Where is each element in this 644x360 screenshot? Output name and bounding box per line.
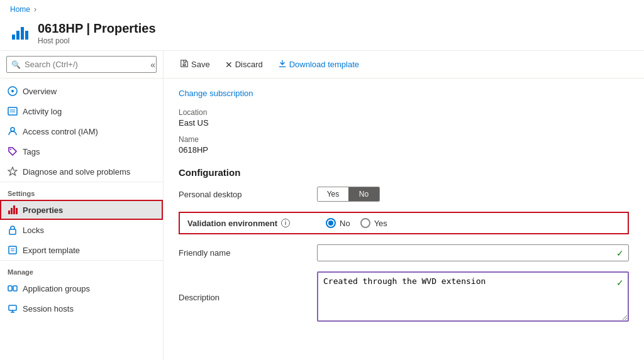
personal-desktop-label: Personal desktop (179, 190, 317, 199)
sidebar-item-export-template[interactable]: Export template (0, 240, 163, 260)
svg-rect-7 (9, 229, 16, 234)
sidebar-item-label: Properties (23, 205, 63, 215)
validation-yes-option[interactable]: Yes (360, 218, 387, 228)
sidebar-item-application-groups[interactable]: Application groups (0, 278, 163, 298)
svg-point-1 (11, 90, 14, 92)
sidebar-item-label: Session hosts (23, 304, 74, 314)
save-icon (180, 59, 189, 70)
sidebar-item-diagnose[interactable]: Diagnose and solve problems (0, 161, 163, 182)
config-title: Configuration (179, 167, 629, 178)
personal-desktop-row: Personal desktop Yes No (179, 187, 629, 202)
sidebar-item-label: Diagnose and solve problems (23, 167, 130, 177)
discard-icon: ✕ (225, 60, 233, 70)
validation-environment-row: Validation environment i No Yes (179, 212, 629, 234)
description-textarea[interactable]: Created through the WVD extension (317, 271, 629, 322)
description-label: Description (179, 293, 317, 302)
friendly-name-control: ✓ (317, 244, 629, 261)
overview-icon (8, 86, 18, 96)
sidebar-item-activity-log[interactable]: Activity log (0, 101, 163, 121)
svg-rect-12 (13, 286, 17, 291)
svg-point-5 (11, 128, 14, 131)
validation-radio-group: No Yes (326, 218, 387, 228)
friendly-name-input[interactable] (317, 244, 629, 261)
name-label: Name (179, 135, 629, 144)
save-label: Save (191, 60, 210, 69)
page-header-icon (10, 23, 30, 43)
breadcrumb-home[interactable]: Home (10, 5, 30, 14)
name-field: Name 0618HP (179, 135, 629, 155)
sidebar-item-properties[interactable]: Properties (0, 200, 163, 220)
page-header: 0618HP | Properties Host pool (0, 19, 644, 51)
content-area: Save ✕ Discard Download template Change … (164, 51, 644, 360)
svg-rect-11 (8, 286, 12, 291)
export-template-icon (8, 245, 18, 255)
discard-label: Discard (235, 60, 263, 69)
application-groups-icon (8, 283, 18, 293)
breadcrumb-separator: › (34, 5, 36, 14)
sidebar-item-overview[interactable]: Overview (0, 81, 163, 101)
description-check-icon: ✓ (616, 278, 624, 288)
description-row: Description Created through the WVD exte… (179, 271, 629, 324)
svg-rect-2 (8, 107, 17, 115)
sidebar-item-session-hosts[interactable]: Session hosts (0, 298, 163, 319)
personal-desktop-no[interactable]: No (348, 187, 379, 201)
validation-yes-radio[interactable] (360, 218, 370, 228)
sidebar-item-label: Locks (23, 226, 44, 235)
validation-no-option[interactable]: No (326, 218, 350, 228)
page-subtitle: Host pool (38, 36, 156, 45)
info-icon[interactable]: i (281, 219, 290, 227)
properties-icon (8, 205, 18, 215)
header-title: 0618HP | Properties Host pool (38, 21, 156, 45)
locks-icon (8, 225, 18, 235)
manage-section-header: Manage (0, 260, 163, 278)
sidebar: 🔍 « Overview Activity log (0, 51, 164, 360)
sidebar-item-label: Access control (IAM) (23, 127, 98, 136)
download-template-button[interactable]: Download template (272, 56, 365, 73)
personal-desktop-toggle-group[interactable]: Yes No (317, 187, 380, 202)
description-control: Created through the WVD extension ✓ (317, 271, 629, 324)
svg-point-6 (10, 149, 11, 150)
download-template-label: Download template (289, 60, 359, 69)
validation-no-radio[interactable] (326, 218, 336, 228)
sidebar-nav: Overview Activity log Access control (IA… (0, 79, 163, 360)
location-value: East US (179, 118, 629, 128)
main-layout: 🔍 « Overview Activity log (0, 51, 644, 360)
toolbar: Save ✕ Discard Download template (164, 51, 644, 79)
change-subscription-link[interactable]: Change subscription (179, 89, 253, 98)
svg-rect-8 (9, 246, 16, 254)
breadcrumb: Home › (0, 0, 644, 19)
access-control-icon (8, 126, 18, 136)
sidebar-search-container: 🔍 « (0, 51, 163, 79)
personal-desktop-toggle: Yes No (317, 187, 629, 202)
friendly-name-row: Friendly name ✓ (179, 244, 629, 261)
friendly-name-check-icon: ✓ (616, 248, 624, 258)
activity-log-icon (8, 106, 18, 116)
page-title: 0618HP | Properties (38, 21, 156, 36)
sidebar-item-locks[interactable]: Locks (0, 220, 163, 240)
location-label: Location (179, 108, 629, 117)
sidebar-item-label: Export template (23, 246, 80, 255)
search-icon: 🔍 (11, 60, 21, 69)
sidebar-item-label: Tags (23, 147, 40, 156)
download-icon (278, 59, 287, 70)
name-value: 0618HP (179, 145, 629, 155)
content-inner: Change subscription Location East US Nam… (164, 79, 644, 344)
sidebar-item-label: Application groups (23, 284, 90, 293)
search-input[interactable] (6, 56, 157, 73)
personal-desktop-yes[interactable]: Yes (318, 187, 348, 201)
save-button[interactable]: Save (174, 56, 216, 73)
location-field: Location East US (179, 108, 629, 128)
discard-button[interactable]: ✕ Discard (219, 57, 269, 73)
diagnose-icon (8, 166, 18, 177)
sidebar-item-tags[interactable]: Tags (0, 141, 163, 161)
settings-section-header: Settings (0, 182, 163, 200)
sidebar-item-access-control[interactable]: Access control (IAM) (0, 121, 163, 141)
session-hosts-icon (8, 303, 18, 314)
host-pool-icon (12, 27, 28, 40)
sidebar-item-label: Overview (23, 87, 57, 96)
validation-env-label: Validation environment i (187, 219, 326, 228)
friendly-name-label: Friendly name (179, 248, 317, 258)
tags-icon (8, 146, 18, 156)
svg-rect-13 (9, 305, 16, 310)
collapse-icon[interactable]: « (150, 60, 155, 70)
